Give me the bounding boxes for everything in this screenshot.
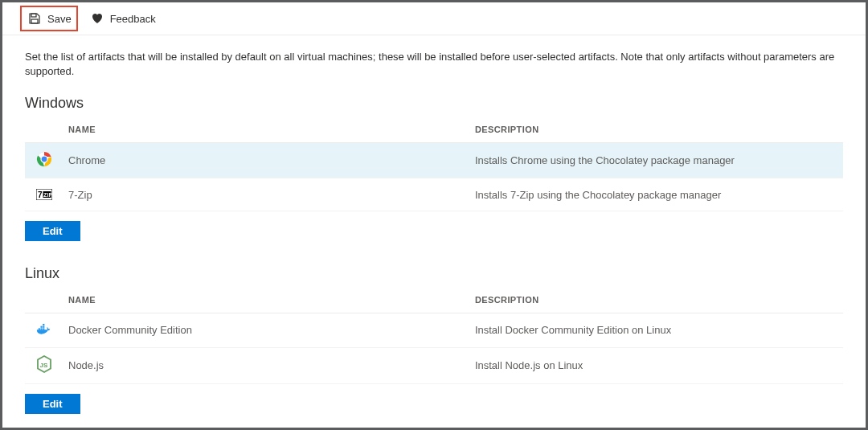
svg-text:ZIP: ZIP — [43, 192, 52, 198]
svg-rect-1 — [31, 19, 38, 23]
chrome-icon — [36, 151, 52, 167]
edit-button-linux[interactable]: Edit — [25, 394, 80, 414]
table-row[interactable]: 7 ZIP 7-Zip Installs 7-Zip using the Cho… — [25, 178, 843, 211]
save-label: Save — [47, 13, 72, 25]
content: Set the list of artifacts that will be i… — [2, 35, 866, 430]
windows-table: NAME DESCRIPTION — [25, 117, 843, 211]
artifact-description: Install Node.js on Linux — [475, 347, 843, 383]
artifact-name: 7-Zip — [68, 178, 475, 211]
artifact-description: Installs Chrome using the Chocolatey pac… — [475, 143, 843, 178]
save-button[interactable]: Save — [20, 6, 78, 31]
table-row[interactable]: JS Node.js Install Node.js on Linux — [25, 347, 843, 383]
feedback-label: Feedback — [110, 13, 156, 25]
svg-rect-14 — [43, 324, 44, 326]
edit-button-windows[interactable]: Edit — [25, 221, 80, 241]
svg-text:7: 7 — [38, 190, 43, 199]
section-title-windows: Windows — [25, 95, 843, 112]
svg-text:JS: JS — [40, 362, 48, 369]
artifact-name: Chrome — [68, 143, 475, 178]
save-icon — [27, 10, 43, 27]
artifact-name: Node.js — [68, 347, 475, 383]
table-row[interactable]: Chrome Installs Chrome using the Chocola… — [25, 143, 843, 178]
feedback-button[interactable]: Feedback — [89, 10, 156, 27]
toolbar: Save Feedback — [2, 2, 866, 35]
docker-icon — [36, 321, 52, 338]
col-header-description: DESCRIPTION — [475, 287, 843, 313]
col-header-name: NAME — [25, 287, 475, 313]
artifact-name: Docker Community Edition — [68, 313, 475, 347]
nodejs-icon: JS — [36, 356, 52, 372]
section-title-linux: Linux — [25, 265, 843, 282]
svg-rect-0 — [31, 14, 36, 17]
intro-text: Set the list of artifacts that will be i… — [25, 50, 843, 79]
col-header-description: DESCRIPTION — [475, 117, 843, 143]
heart-icon — [89, 10, 105, 27]
artifact-description: Installs 7-Zip using the Chocolatey pack… — [475, 178, 843, 211]
svg-rect-13 — [43, 326, 44, 328]
table-row[interactable]: Docker Community Edition Install Docker … — [25, 313, 843, 347]
svg-rect-12 — [40, 326, 42, 328]
sevenzip-icon: 7 ZIP — [36, 186, 52, 203]
col-header-name: NAME — [25, 117, 475, 143]
linux-table: NAME DESCRIPTION — [25, 287, 843, 383]
artifact-description: Install Docker Community Edition on Linu… — [475, 313, 843, 347]
